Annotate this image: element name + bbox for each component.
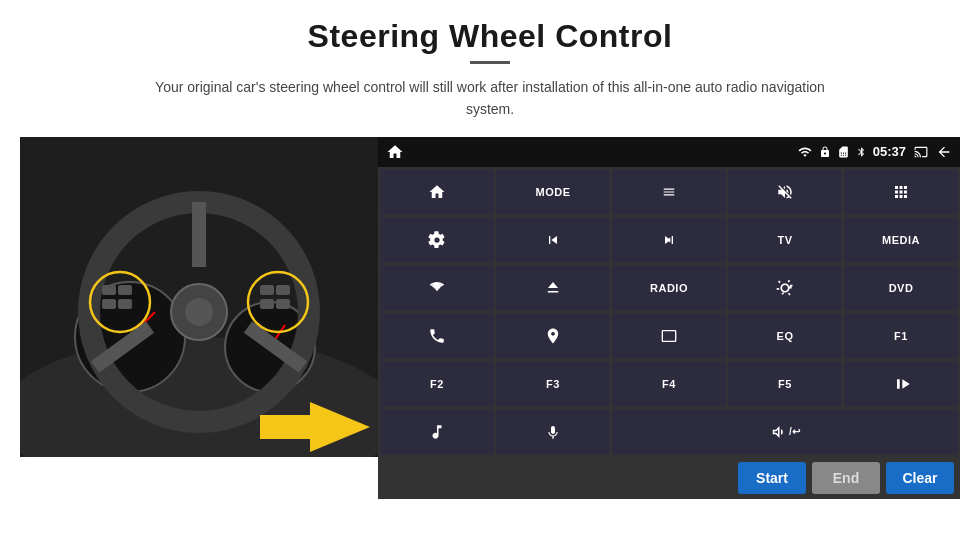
btn-apps[interactable] [844,169,958,215]
screen-mirror-icon [912,145,930,159]
btn-next[interactable] [612,217,726,263]
status-right: 05:37 [797,144,952,160]
content-row: 05:37 [20,137,960,499]
btn-eq[interactable]: EQ [728,313,842,359]
svg-rect-14 [118,285,132,295]
btn-vol[interactable]: /↩ [612,409,958,455]
steering-wheel-image [20,137,378,457]
svg-rect-20 [260,299,274,309]
start-button[interactable]: Start [738,462,806,494]
btn-playpause[interactable] [844,361,958,407]
status-time: 05:37 [873,144,906,159]
btn-mute[interactable] [728,169,842,215]
clear-button[interactable]: Clear [886,462,954,494]
btn-mic[interactable] [496,409,610,455]
btn-radio[interactable]: RADIO [612,265,726,311]
bluetooth-icon [856,144,867,160]
page-title: Steering Wheel Control [308,18,673,55]
btn-f2[interactable]: F2 [380,361,494,407]
page-subtitle: Your original car's steering wheel contr… [140,76,840,121]
btn-brightness[interactable] [728,265,842,311]
btn-tv[interactable]: TV [728,217,842,263]
btn-eject[interactable] [496,265,610,311]
sim-icon [837,145,850,159]
btn-nav[interactable] [496,313,610,359]
btn-music[interactable] [380,409,494,455]
back-icon [936,144,952,160]
lock-icon [819,145,831,159]
btn-mode[interactable]: MODE [496,169,610,215]
btn-f4[interactable]: F4 [612,361,726,407]
btn-media[interactable]: MEDIA [844,217,958,263]
btn-prev[interactable] [496,217,610,263]
svg-rect-23 [260,415,315,439]
btn-home[interactable] [380,169,494,215]
home-icon [386,143,404,161]
status-left [386,143,404,161]
action-bar: Start End Clear [378,457,960,499]
btn-f3[interactable]: F3 [496,361,610,407]
btn-settings[interactable] [380,217,494,263]
btn-dvd[interactable]: DVD [844,265,958,311]
status-bar: 05:37 [378,137,960,167]
btn-phone[interactable] [380,313,494,359]
btn-screen[interactable] [612,313,726,359]
svg-rect-13 [102,285,116,295]
svg-rect-19 [276,285,290,295]
btn-list[interactable] [612,169,726,215]
btn-f1[interactable]: F1 [844,313,958,359]
wifi-icon [797,145,813,159]
end-button[interactable]: End [812,462,880,494]
svg-point-11 [185,298,213,326]
svg-rect-18 [260,285,274,295]
page-wrapper: Steering Wheel Control Your original car… [0,0,980,544]
control-panel: 05:37 [378,137,960,499]
svg-rect-16 [118,299,132,309]
button-grid: MODE [378,167,960,457]
title-divider [470,61,510,64]
steering-wheel-svg [20,137,378,457]
svg-rect-21 [276,299,290,309]
btn-360[interactable] [380,265,494,311]
btn-f5[interactable]: F5 [728,361,842,407]
svg-rect-15 [102,299,116,309]
